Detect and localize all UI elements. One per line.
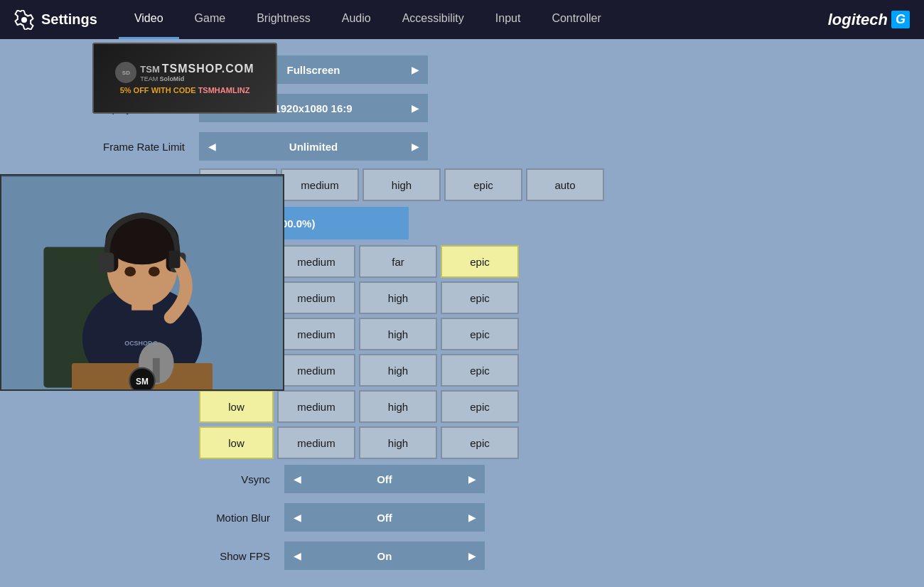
ad-top: SD TSM TSMSHOP.COM TEAM SoloMid xyxy=(115,62,254,83)
settings-title: Settings xyxy=(14,10,97,30)
tab-input[interactable]: Input xyxy=(480,0,537,39)
gear-icon xyxy=(14,10,34,30)
tab-game[interactable]: Game xyxy=(179,0,242,39)
quality-auto-btn[interactable]: auto xyxy=(526,168,604,201)
settings-table: near medium far epic off medium high epi… xyxy=(199,245,881,459)
show-fps-left-arrow[interactable]: ◀ xyxy=(284,542,310,570)
textures-high[interactable]: high xyxy=(359,354,437,387)
ad-discount: 5% OFF WITH CODE TSMHAMLINZ xyxy=(120,86,250,95)
window-mode-right-arrow[interactable]: ▶ xyxy=(402,55,428,84)
post-process-medium[interactable]: medium xyxy=(277,426,355,459)
motion-blur-right-arrow[interactable]: ▶ xyxy=(459,503,485,532)
tab-brightness[interactable]: Brightness xyxy=(241,0,326,39)
view-distance-row: near medium far epic xyxy=(199,245,881,278)
post-process-row: low medium high epic xyxy=(199,426,881,459)
show-fps-row: Show FPS ◀ On ▶ xyxy=(43,539,881,572)
svg-point-9 xyxy=(124,266,136,276)
top-bar: Settings Video Game Brightness Audio Acc… xyxy=(0,0,924,39)
textures-medium[interactable]: medium xyxy=(277,354,355,387)
quality-high-btn[interactable]: high xyxy=(362,168,441,201)
shadows-medium[interactable]: medium xyxy=(277,281,355,314)
ad-logo: SD xyxy=(115,62,136,83)
tab-video[interactable]: Video xyxy=(119,0,179,39)
anti-alias-medium[interactable]: medium xyxy=(277,318,355,350)
webcam-video: OCSHOP.C SM xyxy=(1,176,283,389)
ad-banner[interactable]: SD TSM TSMSHOP.COM TEAM SoloMid 5% OFF W… xyxy=(92,43,277,114)
vsync-value: Off xyxy=(310,465,459,493)
webcam-overlay: OCSHOP.C SM xyxy=(0,174,284,391)
tab-accessibility[interactable]: Accessibility xyxy=(387,0,480,39)
shadows-epic[interactable]: epic xyxy=(441,281,519,314)
motion-blur-value: Off xyxy=(310,503,459,532)
quality-medium-btn[interactable]: medium xyxy=(281,168,359,201)
webcam-svg: OCSHOP.C SM xyxy=(1,176,283,391)
vsync-row: Vsync ◀ Off ▶ xyxy=(43,463,881,495)
effects-medium[interactable]: medium xyxy=(277,390,355,423)
quality-epic-btn[interactable]: epic xyxy=(444,168,522,201)
frame-rate-label: Frame Rate Limit xyxy=(43,141,199,153)
frame-rate-value: Unlimited xyxy=(225,132,402,161)
effects-low[interactable]: low xyxy=(199,390,274,423)
anti-alias-row: off medium high epic xyxy=(199,318,881,350)
svg-text:SM: SM xyxy=(136,377,149,387)
show-fps-label: Show FPS xyxy=(43,550,284,562)
svg-rect-13 xyxy=(169,250,181,268)
textures-row: low medium high epic xyxy=(199,354,881,387)
effects-row: low medium high epic xyxy=(199,390,881,423)
svg-rect-11 xyxy=(99,252,114,272)
logitech-g-badge: G xyxy=(891,11,910,28)
show-fps-value: On xyxy=(310,542,459,570)
post-process-high[interactable]: high xyxy=(359,426,437,459)
vsync-right-arrow[interactable]: ▶ xyxy=(459,465,485,493)
post-process-low[interactable]: low xyxy=(199,426,274,459)
vsync-label: Vsync xyxy=(43,473,284,485)
anti-alias-epic[interactable]: epic xyxy=(441,318,519,350)
motion-blur-row: Motion Blur ◀ Off ▶ xyxy=(43,501,881,534)
logitech-logo: logitech G xyxy=(828,11,910,29)
view-distance-medium[interactable]: medium xyxy=(277,245,355,278)
settings-label: Settings xyxy=(41,11,97,28)
motion-blur-left-arrow[interactable]: ◀ xyxy=(284,503,310,532)
motion-blur-label: Motion Blur xyxy=(43,512,284,524)
shadows-row: off medium high epic xyxy=(199,281,881,314)
ad-site-name: TSMSHOP.COM xyxy=(162,63,254,75)
svg-text:OCSHOP.C: OCSHOP.C xyxy=(124,340,158,347)
show-fps-right-arrow[interactable]: ▶ xyxy=(459,542,485,570)
effects-high[interactable]: high xyxy=(359,390,437,423)
effects-epic[interactable]: epic xyxy=(441,390,519,423)
vsync-left-arrow[interactable]: ◀ xyxy=(284,465,310,493)
frame-rate-right-arrow[interactable]: ▶ xyxy=(402,132,428,161)
post-process-epic[interactable]: epic xyxy=(441,426,519,459)
textures-epic[interactable]: epic xyxy=(441,354,519,387)
tab-controller[interactable]: Controller xyxy=(536,0,616,39)
frame-rate-row: Frame Rate Limit ◀ Unlimited ▶ xyxy=(43,130,881,163)
svg-point-10 xyxy=(149,266,160,276)
nav-tabs: Video Game Brightness Audio Accessibilit… xyxy=(119,0,828,39)
shadows-high[interactable]: high xyxy=(359,281,437,314)
view-distance-epic[interactable]: epic xyxy=(441,245,519,278)
display-resolution-right-arrow[interactable]: ▶ xyxy=(402,94,428,122)
view-distance-far[interactable]: far xyxy=(359,245,437,278)
tab-audio[interactable]: Audio xyxy=(326,0,387,39)
anti-alias-high[interactable]: high xyxy=(359,318,437,350)
svg-point-0 xyxy=(21,17,27,23)
frame-rate-left-arrow[interactable]: ◀ xyxy=(199,132,225,161)
